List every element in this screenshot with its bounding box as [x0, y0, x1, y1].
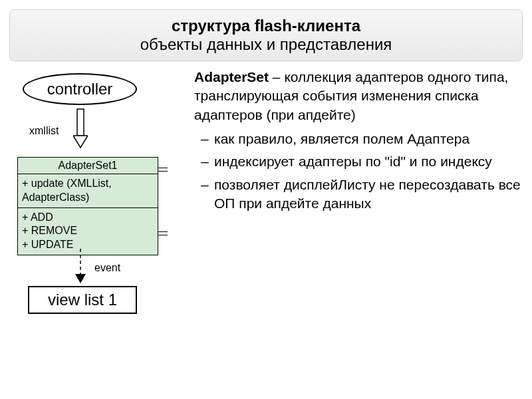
- description-bullets: как правило, является полем Адаптера инд…: [200, 130, 521, 213]
- class-events: + ADD + REMOVE + UPDATE: [18, 208, 158, 255]
- event-label: event: [94, 262, 120, 274]
- bullet-item: как правило, является полем Адаптера: [214, 130, 521, 148]
- title-line1: структура flash-клиента: [18, 17, 514, 35]
- svg-rect-0: [77, 109, 84, 136]
- class-event-add: + ADD: [22, 211, 154, 225]
- description-lead: AdapterSet – коллекция адаптеров одного …: [194, 68, 521, 124]
- class-event-remove: + REMOVE: [22, 224, 154, 238]
- class-event-update: + UPDATE: [22, 238, 154, 252]
- slide-title: структура flash-клиента объекты данных и…: [9, 9, 523, 61]
- bullet-item: позволяет дисплейЛисту не пересоздавать …: [214, 176, 521, 213]
- class-name: AdapterSet1: [18, 158, 158, 174]
- title-line2: объекты данных и представления: [18, 35, 514, 54]
- svg-marker-1: [73, 136, 88, 148]
- adapterset-class-box: AdapterSet1 + update (XMLList, AdapterCl…: [17, 157, 158, 255]
- bullet-item: индексирует адаптеры по "id" и по индекс…: [214, 152, 521, 171]
- arrow-adapterset-to-view: [74, 247, 86, 285]
- diagram-area: controller xmllist AdapterSet1 + update …: [11, 68, 189, 380]
- lead-term: AdapterSet: [194, 69, 269, 84]
- svg-marker-3: [75, 274, 86, 283]
- stack-notch-bottom: [158, 231, 168, 235]
- stack-notch-top: [158, 168, 168, 172]
- class-operation: + update (XMLList, AdapterClass): [18, 174, 158, 208]
- description-area: AdapterSet – коллекция адаптеров одного …: [189, 68, 521, 380]
- view-list-node: view list 1: [28, 286, 137, 314]
- arrow-controller-to-adapterset: [73, 108, 88, 149]
- controller-node: controller: [23, 73, 137, 105]
- xmllist-label: xmllist: [29, 125, 59, 137]
